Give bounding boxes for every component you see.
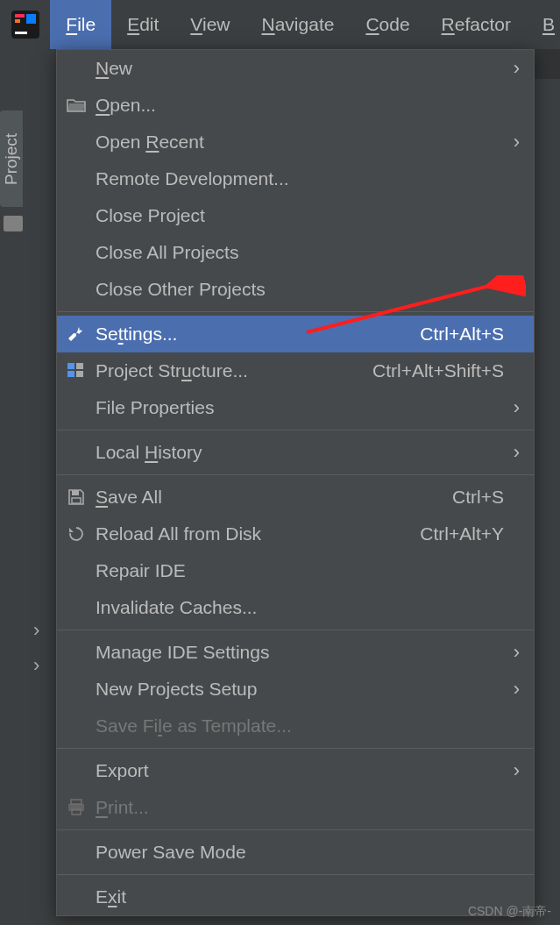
menu-item-label: Manage IDE Settings xyxy=(96,642,504,663)
menu-shortcut: Ctrl+Alt+S xyxy=(420,324,504,345)
menu-separator xyxy=(57,748,534,749)
chevron-right-icon: › xyxy=(504,759,520,782)
save-icon xyxy=(57,488,96,506)
svg-rect-1 xyxy=(15,14,25,18)
menu-item-label: Save All xyxy=(96,487,443,508)
menu-item-manage-ide-settings[interactable]: Manage IDE Settings› xyxy=(57,634,534,671)
menu-item-remote-development[interactable]: Remote Development... xyxy=(57,160,534,197)
menu-item-label: Invalidate Caches... xyxy=(96,597,504,618)
menu-view[interactable]: View xyxy=(174,0,245,49)
menu-truncated[interactable]: B xyxy=(527,0,560,49)
menu-item-file-properties[interactable]: File Properties› xyxy=(57,389,534,426)
svg-rect-3 xyxy=(15,32,27,34)
menu-item-label: Power Save Mode xyxy=(96,842,504,863)
menu-separator xyxy=(57,430,534,430)
chevron-right-icon: › xyxy=(504,441,520,464)
menu-shortcut: Ctrl+Alt+Shift+S xyxy=(372,360,504,381)
menu-item-save-all[interactable]: Save AllCtrl+S xyxy=(57,479,534,516)
menu-item-label: Close Other Projects xyxy=(96,279,504,300)
chevron-right-icon: › xyxy=(504,396,520,419)
menu-separator xyxy=(57,874,534,875)
menu-item-label: Print... xyxy=(96,797,504,818)
chevron-right-icon: › xyxy=(504,57,520,80)
menu-item-settings[interactable]: Settings...Ctrl+Alt+S xyxy=(57,316,534,352)
menu-separator xyxy=(57,630,534,630)
menu-item-label: Local History xyxy=(96,442,504,463)
folder-open-icon xyxy=(57,97,96,113)
print-icon xyxy=(57,799,96,816)
menu-item-power-save-mode[interactable]: Power Save Mode xyxy=(57,834,534,871)
menu-item-close-all-projects[interactable]: Close All Projects xyxy=(57,234,534,271)
svg-rect-10 xyxy=(72,498,81,503)
menu-item-project-structure[interactable]: Project Structure...Ctrl+Alt+Shift+S xyxy=(57,352,534,389)
svg-rect-5 xyxy=(67,363,74,369)
chevron-right-icon: › xyxy=(504,678,520,701)
wrench-icon xyxy=(57,324,96,344)
menu-item-close-other-projects[interactable]: Close Other Projects xyxy=(57,271,534,308)
menu-item-local-history[interactable]: Local History› xyxy=(57,434,534,471)
app-logo xyxy=(0,0,50,49)
menu-item-label: Project Structure... xyxy=(96,360,364,381)
menu-item-new[interactable]: New› xyxy=(57,50,534,87)
menu-item-print: Print... xyxy=(57,789,534,826)
menu-separator xyxy=(57,829,534,830)
menu-navigate[interactable]: Navigate xyxy=(246,0,351,49)
svg-rect-9 xyxy=(72,490,79,495)
menu-item-label: Repair IDE xyxy=(96,560,504,581)
menu-item-label: Export xyxy=(96,760,504,781)
file-menu-dropdown: New›Open...Open Recent›Remote Developmen… xyxy=(56,49,535,916)
menu-item-label: Open... xyxy=(96,95,504,116)
menu-item-label: Open Recent xyxy=(96,132,504,153)
watermark: CSDN @-南帝- xyxy=(468,904,551,920)
reload-icon xyxy=(57,525,96,543)
svg-rect-6 xyxy=(67,371,74,377)
menu-code[interactable]: Code xyxy=(350,0,425,49)
svg-rect-11 xyxy=(71,800,82,804)
menu-shortcut: Ctrl+Alt+Y xyxy=(420,523,504,544)
tool-window-strip: Project xyxy=(0,49,56,925)
menu-shortcut: Ctrl+S xyxy=(452,487,504,508)
menu-item-close-project[interactable]: Close Project xyxy=(57,197,534,234)
menu-item-label: Save File as Template... xyxy=(96,715,504,736)
menu-refactor[interactable]: Refactor xyxy=(426,0,527,49)
menu-separator xyxy=(57,474,534,475)
svg-rect-4 xyxy=(26,14,36,24)
menu-item-label: Settings... xyxy=(96,324,411,345)
svg-rect-12 xyxy=(68,804,84,811)
menu-item-label: Close Project xyxy=(96,205,504,226)
menu-edit[interactable]: Edit xyxy=(111,0,174,49)
svg-rect-2 xyxy=(15,19,20,23)
menu-item-label: Close All Projects xyxy=(96,242,504,263)
svg-rect-7 xyxy=(76,363,83,369)
folder-icon xyxy=(4,216,23,231)
menu-file[interactable]: File xyxy=(50,0,111,49)
menu-item-new-projects-setup[interactable]: New Projects Setup› xyxy=(57,671,534,708)
menu-item-label: Exit xyxy=(96,886,504,907)
menubar: File Edit View Navigate Code Refactor B xyxy=(0,0,560,49)
chevron-right-icon: › xyxy=(504,641,520,664)
menu-item-repair-ide[interactable]: Repair IDE xyxy=(57,552,534,589)
menu-item-export[interactable]: Export› xyxy=(57,752,534,789)
menu-item-invalidate-caches[interactable]: Invalidate Caches... xyxy=(57,589,534,626)
project-tool-tab[interactable]: Project xyxy=(0,110,23,207)
project-structure-icon xyxy=(57,362,96,380)
menu-item-label: New xyxy=(96,58,504,79)
menu-item-label: File Properties xyxy=(96,397,504,418)
svg-rect-8 xyxy=(76,371,83,377)
menu-item-exit[interactable]: Exit xyxy=(57,879,534,915)
menu-item-label: New Projects Setup xyxy=(96,679,504,700)
menu-separator xyxy=(57,311,534,312)
menu-item-open-recent[interactable]: Open Recent› xyxy=(57,124,534,160)
menu-item-reload-all-from-disk[interactable]: Reload All from DiskCtrl+Alt+Y xyxy=(57,516,534,552)
menu-item-label: Reload All from Disk xyxy=(96,523,411,544)
menu-item-label: Remote Development... xyxy=(96,168,504,189)
menu-item-save-file-as-template: Save File as Template... xyxy=(57,708,534,744)
menu-item-open[interactable]: Open... xyxy=(57,87,534,124)
chevron-right-icon: › xyxy=(504,131,520,153)
